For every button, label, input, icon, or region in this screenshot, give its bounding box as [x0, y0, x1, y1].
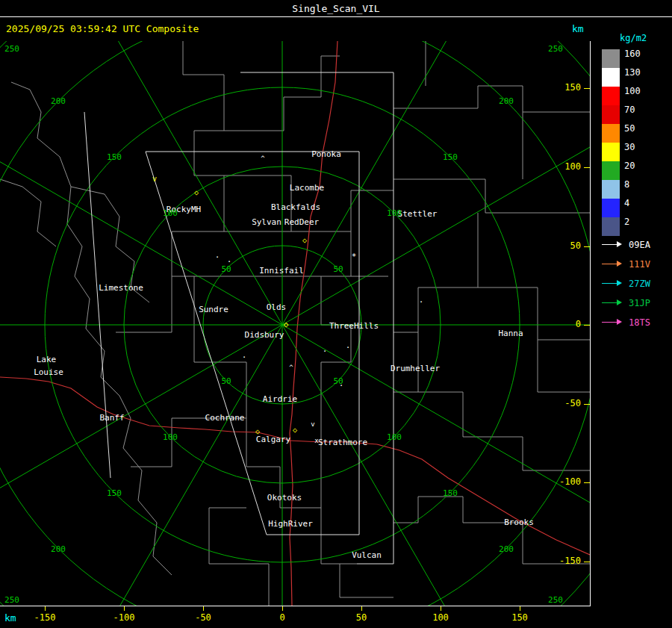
range-ring-label: 250 — [4, 44, 19, 54]
site-marker: ◇ — [284, 320, 289, 329]
range-ring-label: 100 — [163, 432, 178, 442]
y-axis-tick — [584, 88, 590, 89]
site-marker: ◇ — [293, 426, 297, 434]
radar-id-label: 31JP — [629, 298, 650, 308]
town-marker: v — [311, 421, 314, 428]
colorbar-value-label: 4 — [624, 198, 629, 208]
range-ring-label: 150 — [443, 152, 458, 162]
colorbar-swatch — [602, 49, 620, 68]
colorbar-value-label: 70 — [624, 105, 635, 115]
range-ring-label: 250 — [4, 595, 19, 605]
radar-id-label: 09EA — [629, 240, 650, 250]
city-label-threehills: ThreeHills — [329, 321, 379, 331]
colorbar-value-label: 8 — [624, 179, 629, 190]
radar-id-label: 18TS — [629, 317, 650, 328]
x-axis-unit-label: km — [4, 612, 16, 624]
colorbar-value-label: 100 — [624, 86, 641, 96]
city-label-lake: Lake — [37, 355, 57, 364]
colorbar-swatch — [602, 68, 620, 87]
x-axis-tick — [203, 606, 204, 611]
radar-arrowhead-icon — [617, 280, 622, 286]
city-label-strathmore: Strathmore — [318, 438, 367, 447]
town-marker: ^ — [289, 364, 293, 371]
vector-marker: v — [152, 175, 157, 183]
city-label-hanna: Hanna — [498, 329, 523, 338]
x-axis-tick-label: 0 — [279, 612, 284, 623]
radar-arrowhead-icon — [617, 319, 622, 325]
city-label-ponoka: Ponoka — [311, 149, 341, 159]
colorbar-value-label: 160 — [624, 49, 641, 59]
x-axis-tick — [45, 606, 46, 611]
range-ring-label: 250 — [548, 595, 563, 605]
colorbar-value-label: 20 — [624, 161, 635, 171]
scan-timestamp: 2025/09/25 03:59:42 UTC Composite — [6, 23, 199, 34]
y-axis-tick-label: -100 — [559, 476, 581, 487]
site-marker: ◇ — [255, 428, 260, 435]
site-marker: ◇ — [302, 237, 307, 244]
range-ring-label: 200 — [51, 96, 66, 106]
radar-arrowhead-icon — [617, 299, 622, 305]
map-overlay: PonokaLacombeBlackfaldsSylvanRedDeerStet… — [0, 41, 590, 606]
city-label-airdrie: Airdrie — [263, 394, 297, 404]
site-marker: ◇ — [194, 189, 199, 196]
x-axis-tick — [282, 606, 283, 611]
radar-id-label: 111V — [629, 259, 650, 270]
range-ring-label: 100 — [387, 208, 402, 218]
city-label-drumheller: Drumheller — [391, 364, 440, 373]
window-title: Single_Scan_VIL — [292, 3, 379, 14]
colorbar-unit-label: kg/m2 — [620, 33, 647, 43]
range-ring-label: 150 — [107, 488, 122, 498]
town-marker: · — [419, 298, 424, 306]
y-axis-tick — [584, 246, 590, 247]
range-ring-label: 50 — [333, 264, 343, 274]
town-marker: x — [314, 438, 318, 444]
x-axis-tick — [124, 606, 125, 611]
x-axis-tick — [361, 606, 362, 611]
range-ring-label: 50 — [221, 376, 231, 386]
city-label-innisfail: Innisfail — [259, 266, 304, 276]
range-ring-label: 150 — [107, 152, 122, 162]
city-label-reddeer: RedDeer — [284, 217, 319, 227]
titlebar: Single_Scan_VIL — [0, 0, 672, 17]
x-axis-tick-label: -50 — [195, 612, 211, 623]
colorbar-swatch — [602, 87, 620, 105]
colorbar-value-label: 30 — [624, 142, 635, 152]
radar-id-label: 27ZW — [629, 279, 650, 289]
colorbar-swatch — [602, 161, 620, 180]
y-axis-tick-label: 0 — [576, 319, 581, 329]
colorbar-swatch — [602, 124, 620, 143]
x-axis-tick — [520, 606, 520, 611]
x-axis-tick-label: 150 — [511, 612, 528, 623]
town-marker: · — [242, 353, 247, 361]
x-axis-tick-label: -150 — [34, 612, 56, 623]
radar-arrowhead-icon — [617, 241, 622, 247]
y-axis-tick — [584, 482, 590, 483]
city-label-sylvan: Sylvan — [252, 217, 281, 227]
colorbar-value-label: 130 — [624, 67, 641, 78]
radar-viewer-window: Single_Scan_VIL 2025/09/25 03:59:42 UTC … — [0, 0, 672, 628]
radar-arrowhead-icon — [617, 261, 622, 267]
city-label-louise: Louise — [34, 367, 63, 377]
range-ring-label: 200 — [499, 96, 514, 106]
range-ring-label: 200 — [51, 544, 66, 554]
y-axis-tick-label: -150 — [559, 556, 581, 566]
x-axis-tick-label: -100 — [113, 612, 135, 623]
radar-map-view[interactable]: PonokaLacombeBlackfaldsSylvanRedDeerStet… — [0, 41, 591, 606]
colorbar-swatch — [602, 199, 620, 217]
radar-arrow-icon — [602, 283, 617, 284]
range-ring-label: 250 — [548, 44, 563, 54]
town-marker: · — [227, 258, 232, 266]
x-axis-tick-label: 100 — [432, 612, 449, 623]
city-label-okotoks: Okotoks — [267, 493, 302, 503]
y-axis-tick — [584, 325, 590, 326]
radar-arrow-icon — [602, 244, 617, 245]
radar-arrow-icon — [602, 302, 617, 303]
town-marker: * — [352, 252, 357, 261]
city-label-calgary: Calgary — [256, 435, 290, 444]
city-label-banff: Banff — [99, 413, 124, 423]
range-ring-label: 100 — [163, 208, 178, 218]
town-marker: · — [339, 382, 344, 390]
city-label-lacombe: Lacombe — [290, 183, 324, 193]
colorbar-swatch — [602, 105, 620, 124]
city-label-cochrane: Cochrane — [205, 413, 245, 423]
